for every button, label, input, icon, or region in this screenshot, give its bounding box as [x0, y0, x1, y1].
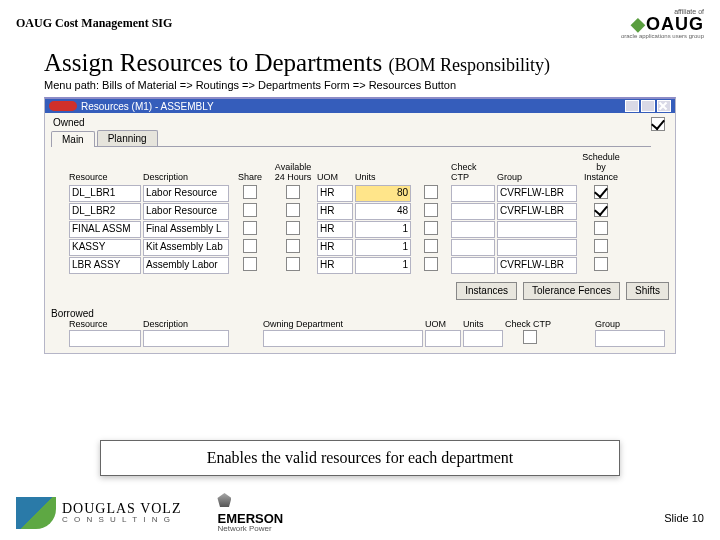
- instances-button[interactable]: Instances: [456, 282, 517, 300]
- resource-cell[interactable]: LBR ASSY: [69, 257, 141, 274]
- col-avail24: Available 24 Hours: [271, 163, 315, 184]
- table-row: FINAL ASSMFinal Assembly LHR1: [51, 221, 669, 238]
- owned-grid: Resource Description Share Available 24 …: [51, 153, 669, 274]
- sched-checkbox[interactable]: [594, 185, 608, 199]
- group-cell[interactable]: CVRFLW-LBR: [497, 257, 577, 274]
- col-ctp-check: [413, 183, 449, 184]
- table-row: KASSYKit Assembly LabHR1: [51, 239, 669, 256]
- sched-checkbox[interactable]: [594, 257, 608, 271]
- share-checkbox[interactable]: [243, 221, 257, 235]
- menu-path: Menu path: Bills of Material => Routings…: [0, 79, 720, 97]
- ctp-cell[interactable]: [451, 239, 495, 256]
- ctp-cell[interactable]: [451, 257, 495, 274]
- description-cell[interactable]: Final Assembly L: [143, 221, 229, 238]
- maximize-button[interactable]: [641, 100, 655, 112]
- resource-cell[interactable]: DL_LBR1: [69, 185, 141, 202]
- ctp-cell[interactable]: [451, 203, 495, 220]
- sched-checkbox[interactable]: [594, 203, 608, 217]
- borrowed-label: Borrowed: [51, 308, 669, 319]
- description-cell[interactable]: Kit Assembly Lab: [143, 239, 229, 256]
- resource-cell[interactable]: FINAL ASSM: [69, 221, 141, 238]
- callout-box: Enables the valid resources for each dep…: [100, 440, 620, 476]
- form-titlebar: Resources (M1) - ASSEMBLY: [45, 99, 675, 113]
- share-checkbox[interactable]: [243, 185, 257, 199]
- b-col-ctp: Check CTP: [505, 319, 555, 329]
- ctp-checkbox[interactable]: [424, 221, 438, 235]
- douglas-volz-logo: DOUGLAS VOLZC O N S U L T I N G: [16, 497, 181, 529]
- header-title: OAUG Cost Management SIG: [16, 16, 172, 31]
- col-units: Units: [355, 173, 411, 184]
- b-col-uom: UOM: [425, 319, 461, 329]
- uom-cell[interactable]: HR: [317, 257, 353, 274]
- units-cell[interactable]: 1: [355, 221, 411, 238]
- table-row: DL_LBR2Labor ResourceHR48CVRFLW-LBR: [51, 203, 669, 220]
- uom-cell[interactable]: HR: [317, 185, 353, 202]
- group-cell[interactable]: [497, 221, 577, 238]
- col-sched: Schedule by Instance: [579, 153, 623, 184]
- slide-title: Assign Resources to Departments (BOM Res…: [0, 43, 720, 79]
- avail24-checkbox[interactable]: [286, 185, 300, 199]
- units-cell[interactable]: 1: [355, 257, 411, 274]
- resource-cell[interactable]: KASSY: [69, 239, 141, 256]
- tab-main[interactable]: Main: [51, 131, 95, 147]
- tolerance-fences-button[interactable]: Tolerance Fences: [523, 282, 620, 300]
- ctp-checkbox[interactable]: [424, 185, 438, 199]
- ctp-cell[interactable]: [451, 221, 495, 238]
- oaug-logo: affiliate of ◆OAUG oracle applications u…: [621, 8, 704, 39]
- share-checkbox[interactable]: [243, 239, 257, 253]
- b-col-resource: Resource: [69, 319, 141, 329]
- col-group: Group: [497, 173, 577, 184]
- resource-cell[interactable]: DL_LBR2: [69, 203, 141, 220]
- uom-cell[interactable]: HR: [317, 239, 353, 256]
- tab-planning[interactable]: Planning: [97, 130, 158, 146]
- share-checkbox[interactable]: [243, 203, 257, 217]
- share-checkbox[interactable]: [243, 257, 257, 271]
- emerson-logo: EMERSON Network Power: [217, 493, 283, 533]
- table-row: DL_LBR1Labor ResourceHR80CVRFLW-LBR: [51, 185, 669, 202]
- oracle-form: Resources (M1) - ASSEMBLY Owned Main Pla…: [44, 97, 676, 354]
- units-cell[interactable]: 48: [355, 203, 411, 220]
- uom-cell[interactable]: HR: [317, 203, 353, 220]
- group-cell[interactable]: CVRFLW-LBR: [497, 185, 577, 202]
- group-cell[interactable]: CVRFLW-LBR: [497, 203, 577, 220]
- avail24-checkbox[interactable]: [286, 239, 300, 253]
- col-resource: Resource: [69, 173, 141, 184]
- group-cell[interactable]: [497, 239, 577, 256]
- b-col-units: Units: [463, 319, 503, 329]
- slide-number: Slide 10: [664, 512, 704, 524]
- shifts-button[interactable]: Shifts: [626, 282, 669, 300]
- description-cell[interactable]: Labor Resource: [143, 203, 229, 220]
- sched-checkbox[interactable]: [594, 239, 608, 253]
- close-button[interactable]: [657, 100, 671, 112]
- b-col-owndept: Owning Department: [263, 319, 423, 329]
- units-cell[interactable]: 80: [355, 185, 411, 202]
- ctp-checkbox[interactable]: [424, 239, 438, 253]
- b-col-group: Group: [595, 319, 665, 329]
- b-col-description: Description: [143, 319, 229, 329]
- owned-checkbox[interactable]: [651, 117, 665, 131]
- col-description: Description: [143, 173, 229, 184]
- col-check-ctp: Check CTP: [451, 163, 495, 184]
- col-uom: UOM: [317, 173, 353, 184]
- ctp-cell[interactable]: [451, 185, 495, 202]
- col-share: Share: [231, 173, 269, 184]
- sched-checkbox[interactable]: [594, 221, 608, 235]
- ctp-checkbox[interactable]: [424, 257, 438, 271]
- table-row: LBR ASSYAssembly LaborHR1CVRFLW-LBR: [51, 257, 669, 274]
- uom-cell[interactable]: HR: [317, 221, 353, 238]
- ctp-checkbox[interactable]: [424, 203, 438, 217]
- avail24-checkbox[interactable]: [286, 257, 300, 271]
- oracle-icon: [49, 101, 77, 111]
- description-cell[interactable]: Labor Resource: [143, 185, 229, 202]
- avail24-checkbox[interactable]: [286, 221, 300, 235]
- units-cell[interactable]: 1: [355, 239, 411, 256]
- owned-label: Owned: [51, 115, 85, 128]
- minimize-button[interactable]: [625, 100, 639, 112]
- description-cell[interactable]: Assembly Labor: [143, 257, 229, 274]
- b-cell[interactable]: [69, 330, 141, 347]
- avail24-checkbox[interactable]: [286, 203, 300, 217]
